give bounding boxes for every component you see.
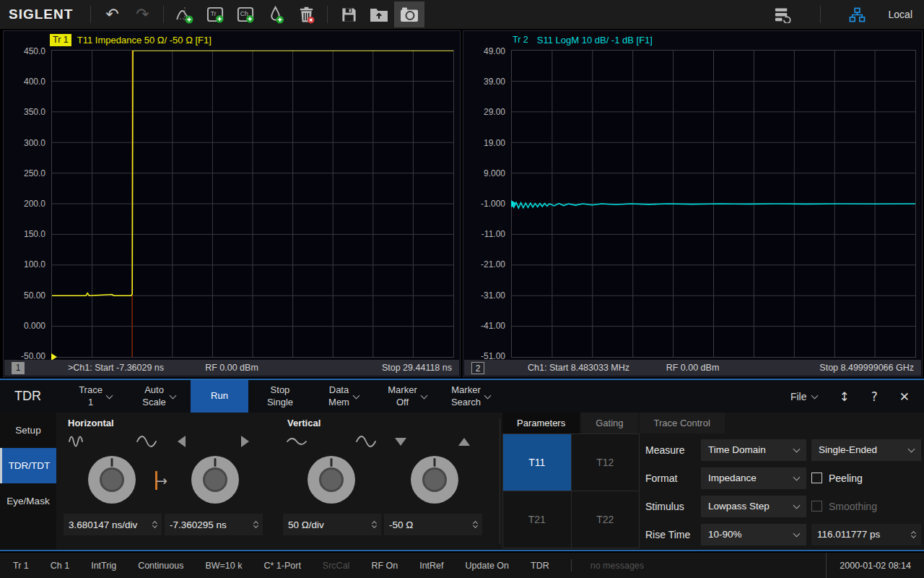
vertical-scale-input[interactable]: 50 Ω/div [283,514,381,535]
undo-icon[interactable]: ↶ [97,1,127,27]
format-select[interactable]: Impedance [701,467,806,489]
reference-up-icon[interactable] [452,431,476,452]
status-divider [571,559,572,571]
horizontal-scale-dense-icon[interactable] [65,431,90,452]
format-value: Impedance [708,473,757,483]
y-tick-label: 9.000 [484,168,505,178]
position-left-icon[interactable] [169,431,193,452]
chart1-power-label: RF 0.00 dBm [205,363,258,373]
add-trace-window-icon[interactable]: Tr [200,1,230,27]
chart-panel-2: Tr 2 S11 LogM 10 dB/ -1 dB [F1] 49.0039.… [463,30,923,377]
vertical-scale-small-icon[interactable] [284,431,309,452]
rise-time-input[interactable]: 116.011777 ps [811,524,921,545]
status-item-bw-10-k: BW=10 k [205,561,242,571]
status-item-tdr: TDR [531,561,549,571]
horizontal-scale-wide-icon[interactable] [134,431,159,452]
menu-item-trace[interactable]: Trace1 [64,380,127,413]
chart2-plot-svg [512,51,915,357]
topology-select[interactable]: Single-Ended [811,439,921,461]
add-channel-icon[interactable]: Ch [230,1,261,27]
status-item-inttrig: IntTrig [91,561,116,571]
menu-item-marker[interactable]: MarkerOff [375,380,439,413]
y-tick-label: -41.00 [481,321,505,331]
trace2-badge[interactable]: Tr 2 [510,34,531,46]
horizontal-scale-knob[interactable] [88,456,136,504]
horizontal-scale-value: 3.680147 ns/div [69,519,137,530]
status-item-tr-1: Tr 1 [13,561,29,571]
menu-item-auto-scale[interactable]: AutoScale [127,380,191,413]
horizontal-scale-input[interactable]: 3.680147 ns/div [64,514,162,535]
chart1-plot-area[interactable] [51,50,454,358]
add-marker-icon[interactable] [261,1,291,27]
save-icon[interactable] [334,1,364,27]
reference-down-icon[interactable] [388,431,413,452]
tdr-controls: Horizontal → 3.680147 ns/div -7.360295 n [56,413,924,550]
horizontal-position-knob[interactable] [191,456,239,504]
resize-panel-icon[interactable]: ↕ [839,389,849,404]
horizontal-group: Horizontal → 3.680147 ns/div -7.360295 n [61,413,277,550]
vertical-scale-knob[interactable] [308,456,355,504]
tab-trace-control[interactable]: Trace Control [640,413,725,434]
menu-item-run[interactable]: Run [191,380,248,413]
file-menu-label: File [790,391,807,402]
horizontal-position-input[interactable]: -7.360295 ns [165,514,263,535]
channel2-badge[interactable]: 2 [471,362,484,374]
status-item-ch-1: Ch 1 [51,561,69,571]
vertical-reference-knob[interactable] [411,456,458,504]
trace1-badge[interactable]: Tr 1 [50,34,71,46]
recall-icon[interactable] [364,1,394,27]
smoothing-checkbox-box [811,501,822,512]
y-tick-label: 19.00 [484,138,505,148]
menu-item-marker-search[interactable]: MarkerSearch [439,380,502,413]
screenshot-icon[interactable] [394,1,424,27]
chart2-footer: 2 Ch1: Start 8.483033 MHz RF 0.00 dBm St… [464,360,921,376]
vertical-reference-input[interactable]: -50 Ω [384,514,482,535]
file-menu[interactable]: File [790,391,818,402]
sidebar-item-eye-mask[interactable]: Eye/Mask [0,483,56,519]
add-trace-icon[interactable] [170,1,200,27]
chart1-title[interactable]: T11 Impedance 50 Ω/ -50 Ω [F1] [77,35,212,46]
menu-item-data-mem[interactable]: DataMem [312,380,375,413]
svg-text:Tr: Tr [211,10,217,17]
peeling-checkbox[interactable]: Peeling [811,473,921,484]
smoothing-label: Smoothing [829,501,877,512]
t12-button[interactable]: T12 [572,434,640,491]
delete-icon[interactable] [291,1,321,27]
t11-button[interactable]: T11 [503,434,571,491]
y-tick-label: 100.0 [24,259,45,269]
menu-item-stop-single[interactable]: StopSingle [248,380,312,413]
siglent-logo: SIGLENT [0,7,84,22]
network-icon[interactable] [842,1,873,27]
tab-parameters[interactable]: Parameters [502,413,580,434]
tdr-panel-title: TDR [0,380,64,413]
horizontal-title: Horizontal [68,418,114,428]
channel1-badge[interactable]: 1 [12,362,25,374]
chart2-title[interactable]: S11 LogM 10 dB/ -1 dB [F1] [537,35,653,46]
tab-gating[interactable]: Gating [581,413,637,434]
measure-select[interactable]: Time Domain [701,439,806,461]
vertical-scale-large-icon[interactable] [354,431,378,452]
peeling-label: Peeling [829,473,863,484]
chart2-plot-area[interactable] [511,50,916,358]
help-icon[interactable]: ? [871,389,878,404]
stimulus-label: Stimulus [645,501,696,512]
parameter-tabs: Parameters Gating Trace Control [502,413,924,434]
t22-button[interactable]: T22 [572,491,640,548]
sidebar-item-setup[interactable]: Setup [0,413,56,448]
rise-time-ps-value: 116.011777 ps [817,529,880,540]
position-right-icon[interactable] [232,431,257,452]
rise-time-select[interactable]: 10-90% [701,524,806,545]
sidebar-item-tdr-tdt[interactable]: TDR/TDT [0,448,56,483]
y-tick-label: 29.00 [484,107,505,117]
y-tick-label: 200.0 [24,199,45,209]
toolbar-divider [90,6,91,23]
local-mode-label[interactable]: Local [889,9,912,20]
close-panel-icon[interactable]: ✕ [899,389,910,404]
system-status-icon[interactable] [768,1,798,27]
stimulus-select[interactable]: Lowpass Step [701,496,806,517]
vertical-reference-value: -50 Ω [389,519,413,530]
y-tick-label: 450.0 [24,46,45,56]
redo-icon[interactable]: ↷ [127,1,157,27]
toolbar-divider [163,6,164,23]
t21-button[interactable]: T21 [503,491,571,548]
